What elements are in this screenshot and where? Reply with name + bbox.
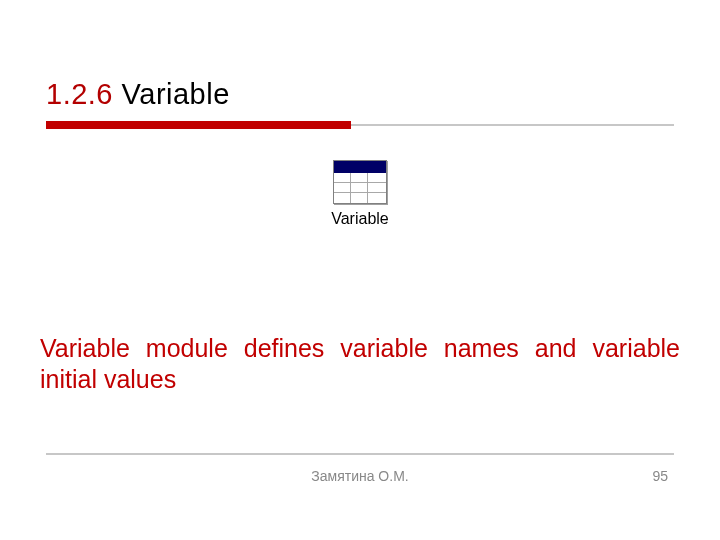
heading-rule-light: [351, 124, 674, 126]
slide: 1.2.6 Variable Variable Variable module …: [0, 0, 720, 540]
slide-title: Variable: [122, 78, 230, 110]
module-label: Variable: [292, 210, 428, 228]
footer-rule: [46, 453, 674, 455]
variable-table-icon: [333, 160, 387, 204]
section-number: 1.2.6: [46, 78, 113, 110]
slide-heading: 1.2.6 Variable: [46, 78, 230, 111]
heading-rule-accent: [46, 121, 351, 129]
footer-author: Замятина О.М.: [0, 468, 720, 484]
page-number: 95: [652, 468, 668, 484]
body-text: Variable module defines variable names a…: [40, 333, 680, 396]
variable-module: Variable: [292, 154, 428, 228]
